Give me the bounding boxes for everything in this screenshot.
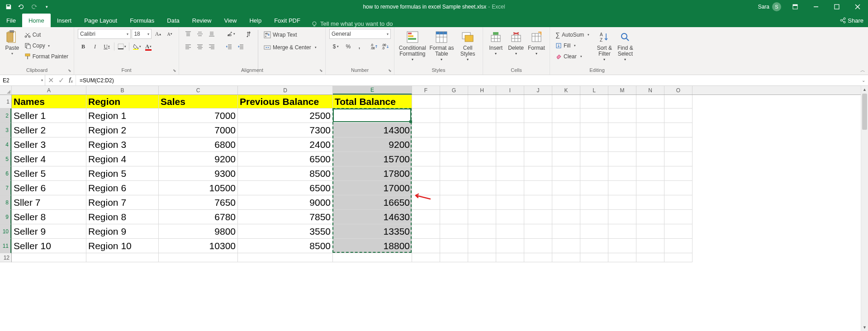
fill-color-button[interactable]: ▾ [131, 42, 142, 52]
cell[interactable] [496, 137, 524, 152]
cell[interactable] [496, 181, 524, 195]
merge-center-button[interactable]: Merge & Center▾ [262, 43, 318, 52]
cell[interactable] [636, 137, 664, 152]
cell[interactable] [552, 181, 580, 195]
collapse-ribbon-icon[interactable]: ︿ [860, 67, 865, 74]
number-dialog-launcher-icon[interactable]: ⬊ [387, 67, 393, 74]
tab-page-layout[interactable]: Page Layout [78, 14, 123, 27]
cell[interactable] [496, 123, 524, 137]
cell[interactable] [524, 137, 552, 152]
col-header-J[interactable]: J [524, 86, 552, 95]
cell[interactable] [440, 181, 468, 195]
cell[interactable]: Region 2 [86, 123, 159, 137]
cell[interactable]: 9500 [333, 109, 412, 123]
col-header-F[interactable]: F [412, 86, 440, 95]
cell[interactable]: 9300 [159, 166, 238, 181]
cell[interactable]: Region 4 [86, 152, 159, 166]
cell[interactable]: Seller 5 [12, 166, 86, 181]
cell[interactable]: Seller 8 [12, 210, 86, 224]
cell[interactable]: 9200 [333, 137, 412, 152]
cell[interactable] [580, 137, 608, 152]
cell[interactable] [524, 166, 552, 181]
cell[interactable]: 16650 [333, 195, 412, 210]
cell[interactable]: Seller 6 [12, 181, 86, 195]
cell[interactable]: 14630 [333, 210, 412, 224]
cell[interactable] [636, 152, 664, 166]
cell[interactable]: 9200 [159, 152, 238, 166]
cell[interactable]: 9000 [238, 195, 333, 210]
cell[interactable]: Region 7 [86, 195, 159, 210]
cell[interactable]: Total Balance [333, 95, 412, 109]
wrap-text-button[interactable]: abcWrap Text [262, 30, 318, 40]
tell-me-search[interactable]: Tell me what you want to do [311, 20, 393, 27]
col-header-L[interactable]: L [580, 86, 608, 95]
cell[interactable]: 10300 [159, 239, 238, 253]
row-header-3[interactable]: 3 [0, 123, 11, 137]
cell[interactable] [552, 109, 580, 123]
cell[interactable] [664, 181, 693, 195]
close-icon[interactable] [847, 0, 868, 14]
col-header-B[interactable]: B [86, 86, 159, 95]
scroll-up-icon[interactable]: ▲ [861, 86, 868, 93]
cell[interactable] [440, 152, 468, 166]
cell[interactable] [636, 95, 664, 109]
cell[interactable] [552, 95, 580, 109]
align-right-icon[interactable] [206, 42, 217, 52]
cell[interactable]: Seller 2 [12, 123, 86, 137]
row-header-7[interactable]: 7 [0, 181, 11, 195]
cell[interactable]: 8500 [238, 166, 333, 181]
name-box[interactable]: E2▾ [0, 75, 45, 85]
cell[interactable] [524, 181, 552, 195]
cell[interactable] [440, 95, 468, 109]
cell[interactable] [440, 224, 468, 239]
cell[interactable] [440, 195, 468, 210]
col-header-H[interactable]: H [468, 86, 496, 95]
cell[interactable] [552, 224, 580, 239]
align-left-icon[interactable] [183, 42, 194, 52]
cell[interactable] [468, 224, 496, 239]
cell[interactable] [524, 123, 552, 137]
cell[interactable] [238, 253, 333, 262]
cell[interactable] [636, 239, 664, 253]
cell[interactable] [524, 195, 552, 210]
cell[interactable]: Seller 10 [12, 239, 86, 253]
increase-font-icon[interactable]: A▴ [152, 29, 163, 39]
format-painter-button[interactable]: Format Painter [23, 52, 70, 61]
cell[interactable] [524, 210, 552, 224]
cell[interactable]: Previous Balance [238, 95, 333, 109]
cell[interactable] [524, 152, 552, 166]
font-size-combo[interactable]: 18▾ [132, 29, 152, 39]
cell[interactable]: 14300 [333, 123, 412, 137]
cell[interactable] [440, 123, 468, 137]
cell[interactable] [468, 195, 496, 210]
cell[interactable] [333, 253, 412, 262]
cell[interactable]: Region 3 [86, 137, 159, 152]
cell[interactable] [608, 137, 636, 152]
cell[interactable]: 7000 [159, 109, 238, 123]
decrease-font-icon[interactable]: A▾ [164, 29, 175, 39]
cell[interactable]: 13350 [333, 224, 412, 239]
cell[interactable] [580, 95, 608, 109]
cell[interactable] [468, 210, 496, 224]
cell[interactable] [636, 210, 664, 224]
copy-button[interactable]: Copy▾ [23, 41, 70, 51]
cell[interactable] [636, 109, 664, 123]
cell[interactable] [608, 166, 636, 181]
cell[interactable] [664, 210, 693, 224]
cell[interactable]: Region [86, 95, 159, 109]
tab-data[interactable]: Data [161, 14, 185, 27]
cell[interactable] [496, 109, 524, 123]
cell[interactable] [496, 210, 524, 224]
row-header-4[interactable]: 4 [0, 137, 11, 152]
cell[interactable] [552, 123, 580, 137]
cell[interactable] [608, 224, 636, 239]
cell[interactable] [412, 137, 440, 152]
cell[interactable] [412, 109, 440, 123]
cell[interactable] [412, 166, 440, 181]
cell[interactable] [580, 210, 608, 224]
cell[interactable] [496, 166, 524, 181]
cell[interactable] [496, 253, 524, 262]
col-header-N[interactable]: N [636, 86, 664, 95]
clipboard-dialog-launcher-icon[interactable]: ⬊ [66, 67, 73, 74]
cell[interactable] [636, 253, 664, 262]
